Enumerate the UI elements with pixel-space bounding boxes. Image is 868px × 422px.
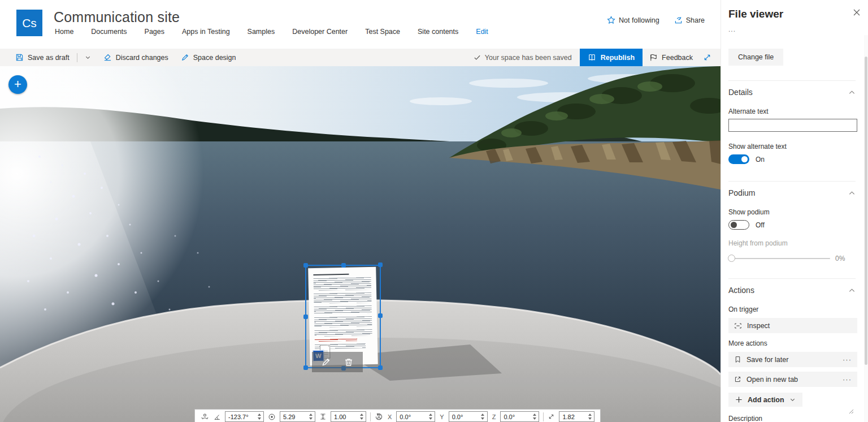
rot-z-value[interactable] <box>501 412 530 421</box>
nav-developer-center[interactable]: Developer Center <box>292 28 348 36</box>
actions-section: Actions On trigger Inspect More actions … <box>728 278 856 422</box>
discard-icon <box>103 53 112 62</box>
space-3d-viewport[interactable]: + W <box>0 66 721 422</box>
site-logo[interactable]: Cs <box>16 10 42 36</box>
rotation-input[interactable] <box>225 411 264 422</box>
expand-button[interactable] <box>700 49 721 66</box>
distance-value[interactable] <box>280 412 306 421</box>
rot-y-input[interactable] <box>449 411 488 422</box>
overflow-button[interactable]: ··· <box>843 355 852 364</box>
chevron-down-icon <box>789 397 796 403</box>
star-icon <box>607 16 615 24</box>
close-icon[interactable] <box>853 8 861 16</box>
discard-changes-label: Discard changes <box>116 54 168 62</box>
rot-x-value[interactable] <box>397 412 426 421</box>
overflow-button[interactable]: ··· <box>843 375 852 384</box>
actions-title: Actions <box>728 286 754 295</box>
inspect-frame-icon <box>734 322 742 330</box>
resize-handle[interactable] <box>303 315 308 319</box>
show-podium-toggle[interactable] <box>728 220 749 230</box>
divider <box>77 53 77 62</box>
nav-home[interactable]: Home <box>55 28 73 36</box>
podium-height-value: 0% <box>835 255 845 262</box>
save-for-later-label: Save for later <box>747 356 788 364</box>
resize-handle[interactable] <box>341 263 346 268</box>
panel-scrollbar-thumb[interactable] <box>865 57 867 365</box>
chevron-up-icon[interactable] <box>848 89 856 96</box>
resize-handle[interactable] <box>303 263 308 268</box>
spinner[interactable] <box>479 412 487 421</box>
spinner[interactable] <box>255 412 263 421</box>
header-actions: Not following Share <box>607 16 705 24</box>
nav-edit[interactable]: Edit <box>476 28 488 36</box>
slider-knob[interactable] <box>728 255 735 262</box>
scale-value[interactable] <box>559 412 585 421</box>
add-object-button[interactable]: + <box>8 75 27 94</box>
share-label: Share <box>686 16 705 24</box>
podium-section-header[interactable]: Podium <box>728 188 856 197</box>
save-as-draft-button[interactable]: Save as draft <box>10 49 75 66</box>
nav-pages[interactable]: Pages <box>145 28 164 36</box>
nav-apps-in-testing[interactable]: Apps in Testing <box>182 28 230 36</box>
republish-label: Republish <box>601 54 635 62</box>
add-action-button[interactable]: Add action <box>728 393 802 407</box>
file-name: ... <box>728 25 856 33</box>
open-in-new-tab-button[interactable]: Open in new tab ··· <box>728 372 857 387</box>
feedback-label: Feedback <box>662 54 693 62</box>
resize-handle[interactable] <box>378 313 383 318</box>
chevron-up-icon[interactable] <box>848 287 856 294</box>
follow-button[interactable]: Not following <box>607 16 659 24</box>
height-icon <box>319 413 327 420</box>
edit-object-button[interactable] <box>321 357 331 367</box>
distance-input[interactable] <box>280 411 315 422</box>
rot-z-input[interactable] <box>500 411 539 422</box>
resize-handle[interactable] <box>303 365 308 370</box>
show-podium-state: Off <box>756 221 765 229</box>
nav-documents[interactable]: Documents <box>91 28 127 36</box>
share-button[interactable]: Share <box>674 16 705 24</box>
share-icon <box>674 16 683 24</box>
expand-icon <box>703 53 711 62</box>
show-alternate-toggle[interactable] <box>728 154 749 164</box>
nav-test-space[interactable]: Test Space <box>365 28 400 36</box>
feedback-button[interactable]: Feedback <box>643 49 700 66</box>
transform-toolbar: X Y Z <box>194 409 601 422</box>
nav-site-contents[interactable]: Site contents <box>418 28 458 36</box>
show-alternate-text-label: Show alternate text <box>728 143 856 150</box>
spinner[interactable] <box>530 412 539 421</box>
details-section-header[interactable]: Details <box>728 88 856 97</box>
file-viewer-panel: File viewer ... Change file Details Alte… <box>721 0 868 422</box>
republish-button[interactable]: Republish <box>580 49 643 66</box>
rot-x-input[interactable] <box>396 411 435 422</box>
nav-samples[interactable]: Samples <box>248 28 275 36</box>
plus-icon <box>735 396 743 403</box>
rotation-value[interactable] <box>225 412 255 421</box>
saved-status-label: Your space has been saved <box>485 54 572 62</box>
space-design-button[interactable]: Space design <box>176 49 241 66</box>
spinner[interactable] <box>585 412 594 421</box>
delete-object-button[interactable] <box>344 357 354 367</box>
spinner[interactable] <box>306 412 315 421</box>
discard-changes-button[interactable]: Discard changes <box>98 49 173 66</box>
podium-height-slider[interactable] <box>728 258 830 259</box>
command-bar: Save as draft Discard changes Space desi… <box>0 49 721 66</box>
save-for-later-button[interactable]: Save for later ··· <box>728 352 857 367</box>
rot-y-value[interactable] <box>449 412 479 421</box>
actions-section-header[interactable]: Actions <box>728 286 856 295</box>
spinner[interactable] <box>357 412 366 421</box>
spinner[interactable] <box>426 412 435 421</box>
open-in-new-tab-label: Open in new tab <box>747 376 798 384</box>
divider <box>543 412 544 421</box>
axis-x-label: X <box>388 414 392 420</box>
change-file-button[interactable]: Change file <box>728 49 783 66</box>
resize-handle[interactable] <box>378 365 383 370</box>
height-value[interactable] <box>331 412 357 421</box>
resize-handle[interactable] <box>378 262 383 267</box>
alternate-text-input[interactable] <box>728 119 857 132</box>
chevron-up-icon[interactable] <box>848 190 856 197</box>
height-input[interactable] <box>331 411 366 422</box>
save-options-chevron[interactable] <box>80 49 96 66</box>
angle-icon <box>213 413 221 421</box>
inspect-action-button[interactable]: Inspect <box>728 318 857 333</box>
scale-input[interactable] <box>559 411 594 422</box>
